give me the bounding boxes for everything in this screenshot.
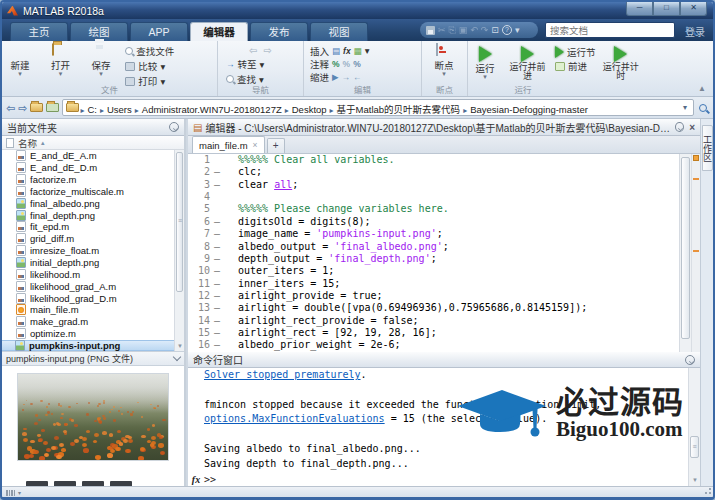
forward-icon[interactable]: ⇨: [264, 45, 272, 56]
warning-marker[interactable]: [693, 250, 699, 252]
code-line[interactable]: 13–airlight = double([vpa(0.69496936),0.…: [188, 302, 679, 314]
comment-row[interactable]: 注释 % % %: [304, 57, 421, 70]
command-window-header[interactable]: 命令行窗口: [188, 352, 700, 368]
file-row[interactable]: likelihood_grad_A.m: [2, 280, 184, 292]
compare-button[interactable]: 比较▾: [125, 60, 174, 72]
insert-row[interactable]: 插入 ▤ fx ▦ ▾: [304, 44, 421, 57]
preview-image[interactable]: [17, 373, 169, 461]
forward-nav-icon[interactable]: ⇨: [18, 100, 27, 116]
command-output[interactable]: Solver stopped prematurely.fmincon stopp…: [188, 368, 700, 486]
status-grip[interactable]: ▾: [6, 489, 21, 496]
ribbon-tab-APP[interactable]: APP: [130, 22, 188, 41]
file-row[interactable]: final_depth.png: [2, 209, 184, 221]
file-detail-bar[interactable]: pumpkins-input.png (PNG 文件): [2, 351, 184, 366]
breadcrumb-segment[interactable]: Administrator.WIN7U-20180127Z: [140, 104, 284, 115]
scroll-down-icon[interactable]: ▼: [177, 343, 183, 349]
editor-menu-icon[interactable]: [675, 122, 684, 132]
command-scroll-thumb[interactable]: ≡: [690, 436, 699, 458]
login-link[interactable]: 登录: [685, 24, 705, 39]
code-line[interactable]: 3–clear all;: [188, 179, 679, 191]
breadcrumb-segment[interactable]: Users: [105, 104, 134, 115]
file-row[interactable]: factorize.m: [2, 174, 184, 186]
code-line[interactable]: 1%%%%% Clear all variables.: [188, 154, 679, 166]
editor-scroll-thumb[interactable]: [681, 157, 690, 339]
wrap-comment-icon[interactable]: %: [353, 59, 361, 69]
workspace-tab[interactable]: 工作区: [702, 125, 713, 171]
code-line[interactable]: 4: [188, 191, 679, 203]
annotation-strip[interactable]: [691, 154, 700, 352]
file-row[interactable]: main_file.m: [2, 304, 184, 316]
maximize-button[interactable]: □: [653, 2, 680, 16]
editor-close-icon[interactable]: ×: [689, 122, 695, 133]
code-line[interactable]: 15–airlight_rect = [92, 19, 28, 16];: [188, 327, 679, 339]
scrollbar-thumb[interactable]: [176, 152, 183, 292]
code-line[interactable]: 5%%%%% Please change variables here.: [188, 203, 679, 215]
code-line[interactable]: 9–depth_output = 'final_depth.png';: [188, 253, 679, 265]
new-button[interactable]: 新建▾: [2, 41, 38, 76]
copy-icon[interactable]: ⎘: [449, 23, 456, 37]
file-row[interactable]: final_albedo.png: [2, 197, 184, 209]
back-nav-icon[interactable]: ⇦: [6, 100, 15, 116]
command-scrollbar[interactable]: ≡ ▼: [688, 368, 700, 486]
code-line[interactable]: 6–digitsOld = digits(8);: [188, 216, 679, 228]
undo-icon[interactable]: ↶: [470, 23, 478, 37]
command-prompt[interactable]: >>: [204, 472, 216, 486]
file-row[interactable]: imresize_float.m: [2, 245, 184, 257]
quick-access-caret-icon[interactable]: ▾: [515, 23, 520, 37]
ribbon-tab-发布[interactable]: 发布: [250, 22, 308, 41]
browse-folder-icon[interactable]: [46, 103, 59, 112]
save-button[interactable]: 保存▾: [83, 41, 119, 76]
breadcrumb-segment[interactable]: C:: [85, 104, 99, 115]
name-column-header[interactable]: 名称 ▴: [2, 136, 184, 150]
code-line[interactable]: 14–airlight_rect_provide = false;: [188, 315, 679, 327]
insert-fx-icon[interactable]: fx: [343, 46, 351, 56]
file-row[interactable]: optimize.m: [2, 328, 184, 340]
redo-icon[interactable]: ↷: [481, 23, 489, 37]
collapse-ribbon-button[interactable]: ▲: [698, 86, 707, 92]
code-line[interactable]: 8–albedo_output = 'final_albedo.png';: [188, 241, 679, 253]
run-time-button[interactable]: 运行并计时: [600, 41, 642, 81]
back-icon[interactable]: ⇦: [249, 45, 257, 56]
command-link[interactable]: Solver stopped prematurely: [204, 369, 361, 380]
message-indicator-icon[interactable]: [693, 155, 699, 161]
title-bar[interactable]: MATLAB R2018a ─ □ ✕: [2, 2, 713, 19]
editor-header[interactable]: ▤ 编辑器 - C:\Users\Administrator.WIN7U-201…: [188, 119, 700, 136]
smart-indent-icon[interactable]: ▶: [332, 72, 339, 82]
cut-icon[interactable]: ✂: [438, 23, 446, 37]
file-row[interactable]: factorize_multiscale.m: [2, 186, 184, 198]
breadcrumb-dropdown-icon[interactable]: ▾: [680, 103, 690, 112]
insert-section-icon[interactable]: ▤: [332, 46, 340, 56]
code-line[interactable]: 7–image_name = 'pumpkins-input.png';: [188, 228, 679, 240]
code-line[interactable]: 16–albedo_prior_weight = 2e-6;: [188, 339, 679, 351]
code-editor[interactable]: 1%%%%% Clear all variables.2–clc;3–clear…: [188, 154, 679, 352]
tab-close-icon[interactable]: ×: [253, 140, 258, 150]
resize-grip[interactable]: [703, 488, 711, 496]
file-row[interactable]: E_and_dE_A.m: [2, 150, 184, 162]
new-tab-button[interactable]: +: [267, 138, 285, 153]
code-line[interactable]: 10–outer_iters = 1;: [188, 265, 679, 277]
breadcrumb-field[interactable]: ▸C:▸Users▸Administrator.WIN7U-20180127Z▸…: [62, 99, 694, 116]
address-search-icon[interactable]: [699, 104, 707, 112]
command-link[interactable]: options.MaxFunctionEvaluations: [204, 413, 385, 424]
help-icon[interactable]: ?: [502, 25, 512, 35]
file-row[interactable]: pumpkins-input.png: [2, 340, 184, 352]
breadcrumb-segment[interactable]: 基于Matlab的贝叶斯去雾代码: [335, 104, 463, 115]
command-menu-icon[interactable]: [685, 355, 695, 365]
uncomment-icon[interactable]: %: [343, 59, 351, 69]
file-row[interactable]: make_grad.m: [2, 316, 184, 328]
command-scroll-down-icon[interactable]: ▼: [692, 477, 698, 483]
indent-right-icon[interactable]: →: [342, 72, 351, 82]
switch-window-icon[interactable]: ⊡: [491, 23, 499, 37]
file-list-scrollbar[interactable]: ▼: [174, 150, 184, 351]
advance-button[interactable]: 前进: [555, 60, 596, 72]
find-files-button[interactable]: 查找文件: [125, 45, 174, 57]
run-advance-button[interactable]: 运行并前进: [506, 41, 548, 81]
paste-icon[interactable]: ▣: [459, 23, 468, 37]
code-line[interactable]: 12–airlight_provide = true;: [188, 290, 679, 302]
warning-marker[interactable]: [693, 178, 699, 180]
code-line[interactable]: 11–inner_iters = 15;: [188, 278, 679, 290]
run-section-button[interactable]: 运行节: [555, 46, 596, 58]
ribbon-tab-视图[interactable]: 视图: [310, 22, 368, 41]
indent-left-icon[interactable]: ←: [353, 72, 362, 82]
comment-icon[interactable]: %: [332, 59, 340, 69]
